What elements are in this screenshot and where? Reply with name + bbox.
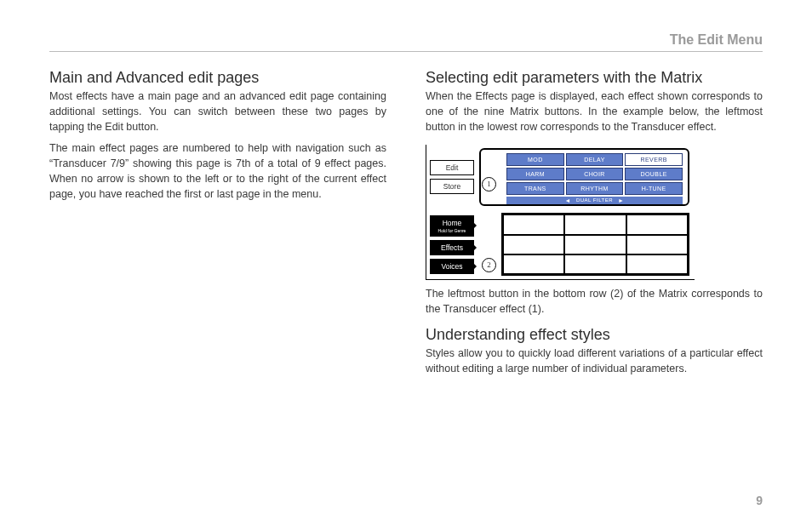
- two-column-layout: Main and Advanced edit pages Most effect…: [49, 69, 763, 383]
- screen-cell-delay: DELAY: [566, 153, 624, 166]
- left-column: Main and Advanced edit pages Most effect…: [49, 69, 386, 383]
- section-heading: Selecting edit parameters with the Matri…: [426, 69, 763, 87]
- store-button[interactable]: Store: [430, 179, 474, 194]
- device-bottom-row: Home Hold for Genre Effects Voices 2: [426, 209, 695, 279]
- body-paragraph: Styles allow you to quickly load differe…: [426, 346, 763, 377]
- matrix-area: 2: [479, 209, 695, 279]
- matrix-key[interactable]: [626, 214, 688, 234]
- home-button-sublabel: Hold for Genre: [431, 228, 473, 233]
- section-heading: Main and Advanced edit pages: [49, 69, 386, 87]
- page-number: 9: [756, 494, 763, 507]
- matrix-key[interactable]: [564, 214, 626, 234]
- lcd-screen: MOD DELAY REVERB HARM CHOIR DOUBLE TRANS…: [479, 148, 689, 206]
- edit-button[interactable]: Edit: [430, 160, 474, 175]
- device-top-row: Edit Store 1 MOD DELAY REVERB HARM: [426, 145, 695, 209]
- matrix-key[interactable]: [503, 214, 564, 234]
- voices-button[interactable]: Voices: [430, 259, 474, 274]
- screen-cell-htune: H-TUNE: [625, 182, 683, 195]
- effects-button[interactable]: Effects: [430, 240, 474, 255]
- manual-page: The Edit Menu Main and Advanced edit pag…: [0, 0, 812, 526]
- body-paragraph: The main effect pages are numbered to he…: [49, 141, 386, 202]
- matrix-key[interactable]: [503, 254, 564, 274]
- body-paragraph: When the Effects page is displayed, each…: [426, 89, 763, 134]
- matrix-key[interactable]: [626, 235, 688, 254]
- screen-footer-label: DUAL FILTER: [576, 197, 613, 204]
- screen-cell-double: DOUBLE: [625, 168, 683, 180]
- arrow-left-icon: ◄: [564, 197, 570, 204]
- side-buttons-top: Edit Store: [426, 145, 479, 209]
- screen-cell-choir: CHOIR: [566, 168, 624, 180]
- home-button[interactable]: Home Hold for Genre: [430, 215, 474, 237]
- matrix-key[interactable]: [503, 235, 564, 254]
- matrix-keypad: [501, 213, 689, 276]
- screen-area: 1 MOD DELAY REVERB HARM CHOIR DOUBLE TRA…: [479, 145, 695, 209]
- screen-cell-trans: TRANS: [506, 182, 564, 195]
- body-paragraph: Most effects have a main page and an adv…: [49, 89, 386, 134]
- device-illustration: Edit Store 1 MOD DELAY REVERB HARM: [426, 145, 695, 280]
- right-column: Selecting edit parameters with the Matri…: [426, 69, 763, 383]
- screen-footer: ◄ DUAL FILTER ►: [506, 197, 683, 204]
- screen-effect-grid: MOD DELAY REVERB HARM CHOIR DOUBLE TRANS…: [506, 153, 683, 195]
- matrix-key[interactable]: [564, 254, 626, 274]
- matrix-key[interactable]: [564, 235, 626, 254]
- section-heading: Understanding effect styles: [426, 326, 763, 344]
- callout-2: 2: [482, 258, 496, 272]
- home-button-label: Home: [443, 219, 462, 227]
- screen-cell-mod: MOD: [506, 153, 564, 166]
- screen-cell-reverb: REVERB: [625, 153, 683, 166]
- arrow-right-icon: ►: [618, 197, 624, 204]
- page-header: The Edit Menu: [49, 32, 763, 52]
- side-buttons-bottom: Home Hold for Genre Effects Voices: [426, 209, 479, 279]
- screen-cell-rhythm: RHYTHM: [566, 182, 624, 195]
- screen-cell-harm: HARM: [506, 168, 564, 180]
- device-figure: Edit Store 1 MOD DELAY REVERB HARM: [426, 145, 763, 280]
- matrix-key[interactable]: [626, 254, 688, 274]
- figure-caption: The leftmost button in the bottom row (2…: [426, 287, 763, 317]
